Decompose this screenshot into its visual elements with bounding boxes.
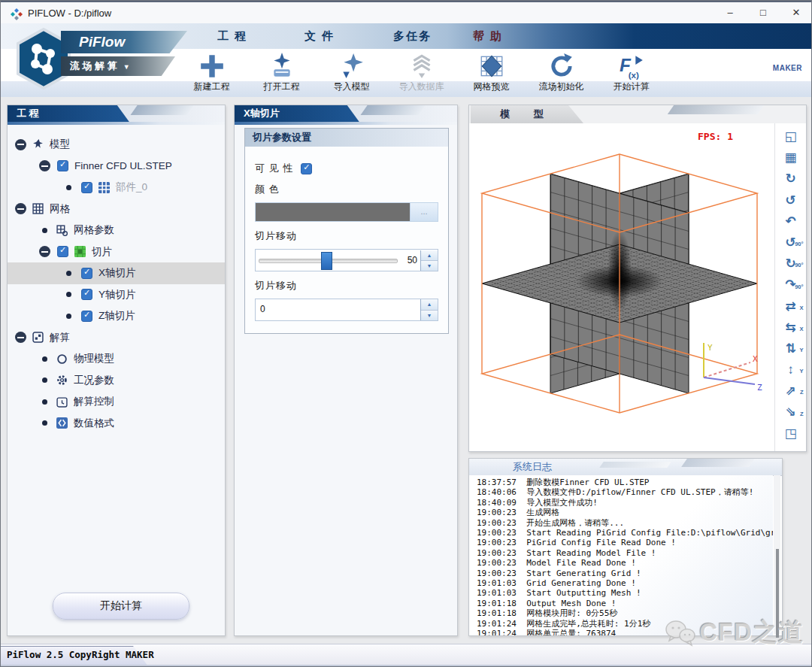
tree-item-工况参数[interactable]: 工况参数 bbox=[8, 370, 225, 392]
toolbar-button-mesh-preview[interactable]: 网格预览 bbox=[456, 49, 526, 97]
rotate-x-90-icon[interactable]: ↺90° bbox=[780, 234, 802, 255]
module-dropdown[interactable]: 流 场 解 算▼ bbox=[61, 56, 175, 76]
tree-item-label: X轴切片 bbox=[98, 266, 136, 280]
rotate-horizontal-icon[interactable]: ↺ bbox=[780, 192, 802, 213]
slice-panel: X轴切片 切片参数设置 可 见 性 颜 色 ... 切片移动 bbox=[234, 105, 458, 636]
offset-label: 切片移动 bbox=[255, 279, 438, 293]
move-y-minus-icon[interactable]: ↕Y bbox=[780, 361, 802, 382]
import-database-icon bbox=[408, 53, 435, 80]
slice-slider[interactable] bbox=[259, 250, 398, 271]
collapse-icon[interactable] bbox=[15, 139, 26, 150]
rotate-vertical-icon[interactable]: ↶ bbox=[780, 213, 802, 234]
tree-checkbox[interactable] bbox=[57, 160, 68, 171]
maximize-icon[interactable]: □ bbox=[747, 2, 780, 23]
tab-model[interactable]: 模 型 bbox=[471, 105, 583, 123]
color-label: 颜 色 bbox=[255, 183, 438, 196]
fit-view-icon[interactable]: ◱ bbox=[780, 128, 802, 149]
toolbar-button-open-project[interactable]: 打开工程 bbox=[247, 49, 317, 97]
model-viewport[interactable]: FPS: 1 bbox=[469, 123, 774, 451]
tree-item-部件_0[interactable]: 部件_0 bbox=[8, 177, 225, 199]
tree-item-Finner CFD UL.STEP[interactable]: Finner CFD UL.STEP bbox=[8, 156, 225, 177]
rotate-z-90-icon[interactable]: ↷90° bbox=[780, 276, 802, 297]
collapse-icon[interactable] bbox=[15, 203, 26, 214]
tree-item-Y轴切片[interactable]: Y轴切片 bbox=[8, 284, 225, 306]
menu-item-3[interactable]: 多任务 bbox=[393, 28, 432, 44]
app-window: PIFLOW - D:/piflow – □ ✕ 工 程文 件多任务帮 助 Pi… bbox=[0, 0, 812, 667]
open-project-icon bbox=[268, 53, 295, 80]
clip-view-icon[interactable]: ◳ bbox=[780, 425, 802, 446]
grid-icon bbox=[98, 182, 110, 193]
rotate-y-90-icon[interactable]: ↻90° bbox=[780, 255, 802, 276]
tree-item-label: Z轴切片 bbox=[98, 309, 135, 323]
menu-item-1[interactable]: 工 程 bbox=[217, 28, 247, 44]
log-line: 19:01:18 Output Mesh Done ! bbox=[477, 599, 773, 608]
system-log-panel: 系统日志 18:37:57 删除数模Finner CFD UL.STEP18:4… bbox=[468, 458, 783, 636]
plus-icon bbox=[198, 53, 226, 80]
bullet-icon bbox=[66, 314, 71, 319]
header-decoration bbox=[668, 105, 764, 114]
collapse-icon[interactable] bbox=[39, 160, 50, 171]
menu-item-2[interactable]: 文 件 bbox=[304, 28, 335, 44]
move-z-plus-icon[interactable]: ⇗Z bbox=[780, 382, 802, 403]
tree-checkbox[interactable] bbox=[81, 268, 92, 279]
tree-checkbox[interactable] bbox=[81, 182, 92, 193]
tree-checkbox[interactable] bbox=[57, 246, 68, 257]
tree-item-模型[interactable]: 模型 bbox=[8, 134, 225, 156]
minimize-icon[interactable]: – bbox=[714, 2, 747, 23]
offset-input[interactable]: 0 bbox=[256, 299, 420, 320]
bullet-icon bbox=[42, 228, 47, 233]
log-line: 19:00:23 开始生成网格，请稍等... bbox=[477, 518, 773, 528]
view-toolbar: ◱▦↻↺↶↺90°↻90°↷90°⇄X⇆X⇅Y↕Y⇗Z⇘Z◳ bbox=[774, 123, 806, 451]
tree-item-label: 物理模型 bbox=[74, 352, 114, 365]
tree-checkbox[interactable] bbox=[81, 311, 92, 322]
spin-up-icon: ▲ bbox=[421, 299, 438, 311]
mesh-preview-icon bbox=[478, 53, 505, 80]
toolbar-button-flow-init[interactable]: 流场初始化 bbox=[526, 49, 596, 97]
tree-item-物理模型[interactable]: 物理模型 bbox=[8, 348, 225, 370]
toolbar-button-start-calc[interactable]: F(x)开始计算 bbox=[596, 49, 666, 97]
header-decoration bbox=[599, 462, 671, 468]
header-decoration bbox=[360, 105, 425, 115]
log-line: 19:00:23 Start Reading Model File ! bbox=[477, 548, 773, 558]
tree-item-网格[interactable]: 网格 bbox=[8, 199, 225, 220]
slider-handle[interactable] bbox=[321, 252, 332, 270]
menu-item-4[interactable]: 帮 助 bbox=[473, 28, 503, 44]
bullet-icon bbox=[42, 356, 47, 362]
log-line: 19:01:24 网格单元总量: 763874 bbox=[477, 629, 773, 635]
start-calculation-button[interactable]: 开始计算 bbox=[53, 593, 189, 620]
project-panel-title: 工 程 bbox=[8, 105, 129, 122]
tree-item-解算控制[interactable]: 解算控制 bbox=[8, 391, 225, 413]
tree-checkbox[interactable] bbox=[81, 289, 92, 300]
mesh-display-icon[interactable]: ▦ bbox=[780, 149, 802, 170]
move-x-minus-icon[interactable]: ⇆X bbox=[780, 319, 802, 340]
spin-up-icon: ▲ bbox=[421, 250, 438, 261]
visibility-checkbox[interactable] bbox=[301, 163, 312, 174]
tree-item-解算[interactable]: 解算 bbox=[8, 327, 225, 349]
tree-item-切片[interactable]: 切片 bbox=[8, 241, 225, 263]
collapse-icon[interactable] bbox=[39, 246, 50, 257]
offset-stepper[interactable]: ▲▼ bbox=[420, 299, 438, 320]
window-title: PIFLOW - D:/piflow bbox=[28, 8, 111, 19]
log-line: 19:01:03 Grid Generating Done ! bbox=[477, 578, 773, 588]
project-tree: 模型Finner CFD UL.STEP部件_0网格网格参数切片X轴切片Y轴切片… bbox=[8, 134, 225, 434]
fps-counter: FPS: 1 bbox=[698, 131, 733, 142]
axis-z-label: Z bbox=[757, 383, 762, 393]
status-bar: PiFlow 2.5 CopyRight MAKER bbox=[1, 644, 812, 667]
color-picker-button[interactable]: ... bbox=[411, 203, 438, 221]
rotate-view-icon[interactable]: ↻ bbox=[780, 170, 802, 191]
tree-item-数值格式[interactable]: 数值格式 bbox=[8, 413, 225, 435]
slider-stepper[interactable]: ▲▼ bbox=[420, 250, 438, 271]
scrollbar-thumb[interactable] bbox=[776, 549, 779, 638]
tree-item-X轴切片[interactable]: X轴切片 bbox=[8, 262, 225, 284]
move-y-plus-icon[interactable]: ⇅Y bbox=[780, 340, 802, 361]
project-panel: 工 程 模型Finner CFD UL.STEP部件_0网格网格参数切片X轴切片… bbox=[7, 105, 226, 636]
tree-item-网格参数[interactable]: 网格参数 bbox=[8, 220, 225, 241]
move-x-plus-icon[interactable]: ⇄X bbox=[780, 298, 802, 319]
collapse-icon[interactable] bbox=[15, 332, 26, 343]
close-icon[interactable]: ✕ bbox=[780, 2, 812, 23]
header-decoration bbox=[681, 459, 755, 467]
tree-item-Z轴切片[interactable]: Z轴切片 bbox=[8, 305, 225, 327]
move-z-minus-icon[interactable]: ⇘Z bbox=[780, 403, 802, 424]
toolbar-button-import-model[interactable]: 导入模型 bbox=[317, 49, 386, 97]
log-scrollbar[interactable] bbox=[774, 475, 780, 634]
